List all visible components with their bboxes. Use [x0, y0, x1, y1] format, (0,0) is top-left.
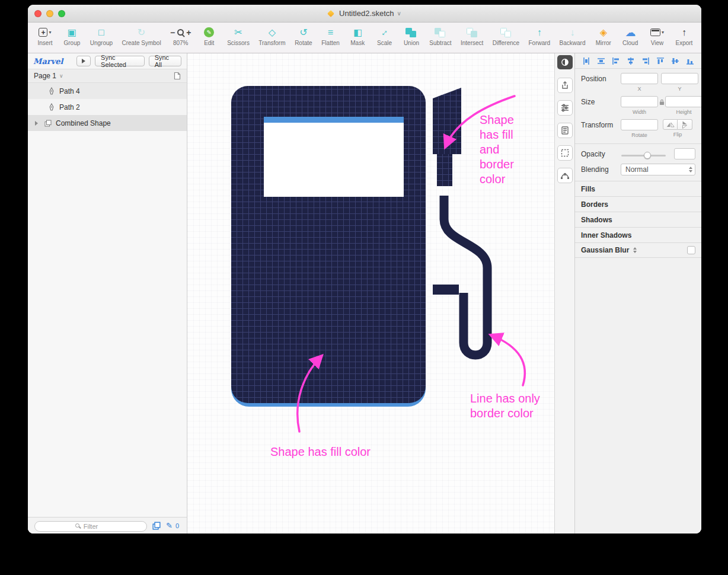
plus-icon: +	[39, 28, 47, 37]
dashed-grid-icon	[560, 148, 570, 158]
subtract-button[interactable]: Subtract	[429, 26, 451, 46]
sliders-button[interactable]	[557, 100, 573, 116]
notes-button[interactable]	[557, 123, 573, 138]
inspector-panel: Position X Y Size Width	[574, 53, 701, 534]
inspector-tab-selected[interactable]	[557, 55, 573, 69]
zoom-out-button[interactable]: −	[170, 28, 175, 37]
layer-row-path-4[interactable]: Path 4	[28, 83, 187, 99]
zoom-control[interactable]: − + 807%	[170, 26, 191, 46]
sync-selected-button[interactable]: Sync Selected	[95, 56, 145, 66]
play-button[interactable]	[76, 56, 91, 66]
height-input[interactable]	[665, 96, 701, 107]
alignment-toolbar	[575, 53, 701, 69]
hose-line-shape[interactable]	[444, 196, 487, 355]
scale-button[interactable]: ↕ Scale	[376, 26, 394, 46]
section-inner-shadows[interactable]: Inner Shadows	[575, 227, 701, 242]
cloud-button[interactable]: ☁ Cloud	[621, 26, 639, 46]
layer-name: Path 2	[59, 103, 80, 111]
page-header[interactable]: Page 1 ∨	[28, 69, 187, 83]
align-top-icon[interactable]	[656, 57, 665, 65]
export-button[interactable]: ↑ Export	[675, 26, 693, 46]
section-shadows[interactable]: Shadows	[575, 212, 701, 227]
traffic-lights	[34, 10, 65, 17]
lock-ratio-toggle[interactable]	[659, 99, 665, 107]
transform-button[interactable]: ◇ Transform	[258, 26, 285, 46]
annotation-arrow-hose[interactable]	[492, 336, 525, 385]
vector-button[interactable]	[557, 168, 573, 183]
distribute-horizontal-icon[interactable]	[582, 57, 590, 65]
mask-icon: ◧	[353, 26, 362, 39]
sync-all-button[interactable]: Sync All	[149, 56, 181, 66]
sliders-icon	[560, 103, 570, 113]
difference-button[interactable]: Difference	[493, 26, 519, 46]
style-sections: Fills Borders Shadows Inner Shadows Gaus…	[575, 181, 701, 258]
align-bottom-icon[interactable]	[686, 57, 694, 65]
slider-knob[interactable]	[644, 152, 651, 159]
section-gaussian-blur[interactable]: Gaussian Blur	[575, 242, 701, 258]
stepper-icon[interactable]	[633, 247, 637, 253]
insert-button[interactable]: +▾ Insert	[36, 26, 54, 46]
position-x-input[interactable]	[621, 73, 658, 84]
annotation-body-text[interactable]: Shape has fill color	[270, 445, 407, 459]
width-input[interactable]	[621, 96, 658, 107]
intersect-button[interactable]: Intersect	[461, 26, 483, 46]
copy-pages-icon[interactable]	[152, 522, 161, 530]
ungroup-button[interactable]: □ Ungroup	[90, 26, 113, 46]
backward-button[interactable]: ↓ Backward	[560, 26, 586, 46]
page-icon[interactable]	[174, 72, 181, 80]
align-left-icon[interactable]	[612, 57, 620, 65]
layer-row-path-2[interactable]: Path 2	[28, 99, 187, 115]
align-middle-vertical-icon[interactable]	[671, 57, 679, 65]
section-fills[interactable]: Fills	[575, 181, 701, 196]
blending-select[interactable]: Normal	[621, 164, 695, 175]
titlebar: Untitled2.sketch ∨	[28, 5, 701, 23]
grid-button[interactable]	[557, 145, 573, 161]
layer-row-combined-shape[interactable]: Combined Shape	[28, 115, 187, 131]
lock-icon	[659, 99, 665, 106]
width-label: Width	[633, 109, 646, 115]
zoom-window-button[interactable]	[58, 10, 65, 17]
section-borders[interactable]: Borders	[575, 196, 701, 212]
minimize-button[interactable]	[46, 10, 53, 17]
disclosure-triangle-icon[interactable]	[35, 121, 38, 126]
edit-button[interactable]: ✎ Edit	[200, 26, 218, 46]
create-symbol-button[interactable]: ↻ Create Symbol	[122, 26, 161, 46]
union-button[interactable]: Union	[403, 26, 420, 46]
share-button[interactable]	[557, 78, 573, 93]
hose-connector-shape[interactable]	[433, 285, 459, 295]
flip-horizontal-button[interactable]	[663, 119, 678, 130]
canvas[interactable]: Shape has fill and border color Shape ha…	[187, 53, 554, 534]
position-y-input[interactable]	[661, 73, 698, 84]
align-right-icon[interactable]	[641, 57, 650, 65]
filter-input[interactable]	[34, 521, 147, 532]
zoom-in-button[interactable]: +	[186, 28, 191, 37]
title-chevron-icon[interactable]: ∨	[397, 10, 401, 17]
flip-vertical-button[interactable]	[678, 119, 692, 130]
annotation-arrow-body[interactable]	[298, 357, 321, 432]
mask-button[interactable]: ◧ Mask	[349, 26, 366, 46]
distribute-vertical-icon[interactable]	[597, 57, 605, 65]
view-button[interactable]: ▾ View	[649, 26, 666, 46]
rotate-button[interactable]: ↺ Rotate	[295, 26, 312, 46]
opacity-slider[interactable]	[621, 155, 666, 156]
gaussian-blur-checkbox[interactable]	[687, 246, 695, 254]
close-button[interactable]	[34, 10, 41, 17]
filter-bar: ✎ 0	[28, 517, 187, 534]
group-button[interactable]: ▣ Group	[63, 26, 81, 46]
rotate-input[interactable]	[621, 119, 658, 130]
annotation-hose-text[interactable]: Line has only border color	[470, 391, 554, 421]
ungroup-icon: □	[98, 26, 104, 39]
annotation-nozzle-text[interactable]: Shape has fill and border color	[480, 113, 532, 187]
window-title[interactable]: Untitled2.sketch ∨	[328, 9, 401, 18]
opacity-input[interactable]	[674, 148, 695, 159]
flatten-button[interactable]: ≡ Flatten	[321, 26, 340, 46]
forward-button[interactable]: ↑ Forward	[528, 26, 550, 46]
align-center-horizontal-icon[interactable]	[627, 57, 635, 65]
mirror-button[interactable]: ◈ Mirror	[595, 26, 612, 46]
create-symbol-icon: ↻	[138, 26, 145, 39]
scissors-button[interactable]: ✂ Scissors	[227, 26, 250, 46]
position-row: Position X Y	[575, 69, 701, 92]
export-icon: ↑	[682, 26, 687, 39]
opacity-label: Opacity	[581, 148, 618, 158]
pencil-icon[interactable]: ✎	[166, 522, 173, 529]
